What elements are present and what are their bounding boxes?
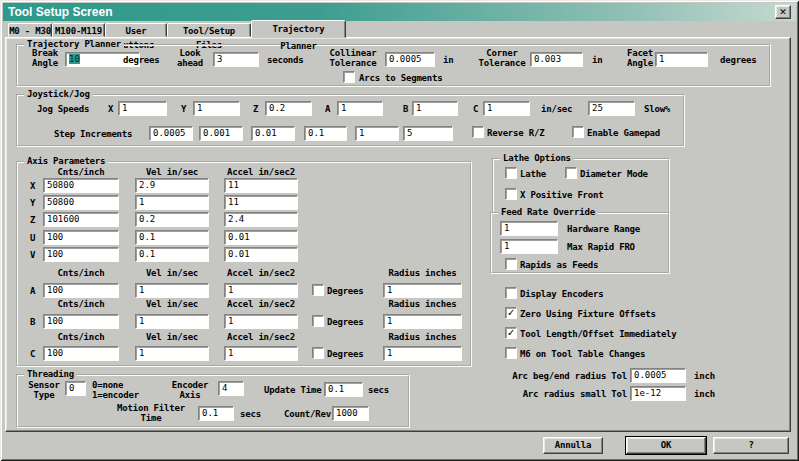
- axis-a-accel-field[interactable]: 1: [224, 283, 298, 298]
- ok-button[interactable]: OK: [626, 437, 706, 454]
- arcs-to-segments-label: Arcs to Segments: [359, 73, 443, 83]
- count-rev-field[interactable]: 1000: [332, 406, 369, 421]
- step-increment-4-field[interactable]: 0.1: [304, 126, 347, 141]
- motion-filter-time-field[interactable]: 0.1: [198, 406, 234, 421]
- step-increment-2-field[interactable]: 0.001: [199, 126, 243, 141]
- axis-b-accel-field[interactable]: 1: [224, 314, 298, 329]
- axis-v-accel-field[interactable]: 0.01: [224, 247, 298, 262]
- step-increment-3-field[interactable]: 0.01: [251, 126, 295, 141]
- axis-c-radius-field[interactable]: 1: [383, 346, 462, 361]
- axis-a-label: A: [30, 286, 35, 296]
- tab-tool-setup-files[interactable]: Tool/Setup Files: [167, 23, 251, 37]
- axis-z-accel-field[interactable]: 2.4: [224, 212, 298, 227]
- arc-beg-end-tol-label: Arc beg/end radius Tol: [500, 371, 627, 381]
- collinear-tolerance-unit: in: [443, 55, 453, 65]
- jog-speed-unit: in/sec: [541, 104, 572, 114]
- step-increment-1-field[interactable]: 0.0005: [149, 126, 193, 141]
- axis-a-degrees-checkbox[interactable]: [312, 284, 324, 296]
- axis-x-vel-field[interactable]: 2.9: [135, 178, 209, 193]
- axis-b-degrees-checkbox[interactable]: [312, 315, 324, 327]
- cancel-button[interactable]: Annulla: [543, 437, 603, 454]
- axis-c-accel-field[interactable]: 1: [224, 346, 298, 361]
- axis-b-cnts-field[interactable]: 100: [43, 314, 119, 329]
- axis-y-vel-field[interactable]: 1: [135, 195, 209, 210]
- jog-speed-x-field[interactable]: 1: [118, 101, 167, 116]
- facet-angle-field[interactable]: 1: [655, 52, 708, 67]
- axis-z-vel-field[interactable]: 0.2: [135, 212, 209, 227]
- axis-y-cnts-field[interactable]: 50800: [43, 195, 119, 210]
- axis-u-vel-field[interactable]: 0.1: [135, 230, 209, 245]
- axis-b-radius-field[interactable]: 1: [383, 314, 462, 329]
- collinear-tolerance-field[interactable]: 0.0005: [385, 52, 435, 67]
- count-rev-label: Count/Rev: [284, 409, 331, 419]
- axis-y-accel-field[interactable]: 11: [224, 195, 298, 210]
- axis-c-vel-field[interactable]: 1: [135, 346, 209, 361]
- tab-m100-m119[interactable]: M100-M119: [52, 23, 105, 37]
- arc-radius-small-tol-field[interactable]: 1e-12: [630, 386, 686, 401]
- tab-m0-m30[interactable]: M0 - M30: [8, 23, 52, 37]
- axis-a-degrees-label: Degrees: [327, 286, 364, 296]
- rapids-as-feeds-checkbox[interactable]: [505, 258, 517, 270]
- zero-fixture-offsets-checkbox[interactable]: [505, 307, 517, 319]
- jog-axis-z-label: Z: [253, 104, 258, 114]
- axis-x-cnts-field[interactable]: 50800: [43, 178, 119, 193]
- jog-speed-a-field[interactable]: 1: [337, 101, 383, 116]
- axis-b-vel-field[interactable]: 1: [135, 314, 209, 329]
- vel-header: Vel in/sec: [135, 167, 209, 177]
- step-increment-5-field[interactable]: 1: [355, 126, 399, 141]
- sensor-type-field[interactable]: 0: [65, 381, 86, 396]
- hardware-range-field[interactable]: 1: [500, 221, 558, 236]
- m6-tool-table-checkbox[interactable]: [505, 347, 517, 359]
- tool-length-offset-checkbox[interactable]: [505, 327, 517, 339]
- axis-x-accel-field[interactable]: 11: [224, 178, 298, 193]
- axis-v-cnts-field[interactable]: 100: [43, 247, 119, 262]
- lathe-checkbox[interactable]: [505, 167, 517, 179]
- reverse-rz-checkbox[interactable]: [472, 126, 484, 138]
- axis-z-cnts-field[interactable]: 101600: [43, 212, 119, 227]
- update-time-field[interactable]: 0.1: [324, 382, 363, 397]
- step-increment-6-field[interactable]: 5: [403, 126, 453, 141]
- diameter-mode-label: Diameter Mode: [580, 169, 648, 179]
- jog-speed-z-field[interactable]: 0.2: [265, 101, 312, 116]
- axis-x-label: X: [30, 181, 35, 191]
- cnts-header-a: Cnts/inch: [43, 268, 119, 278]
- jog-speed-y-field[interactable]: 1: [193, 101, 240, 116]
- accel-header-b: Accel in/sec2: [224, 299, 298, 309]
- arcs-to-segments-checkbox[interactable]: [343, 71, 355, 83]
- tab-trajectory-planner[interactable]: Trajectory Planner: [251, 20, 346, 38]
- axis-a-radius-field[interactable]: 1: [383, 283, 462, 298]
- axis-c-degrees-checkbox[interactable]: [312, 347, 324, 359]
- axis-a-vel-field[interactable]: 1: [135, 283, 209, 298]
- vel-header-a: Vel in/sec: [135, 268, 209, 278]
- close-icon[interactable]: ✕: [775, 5, 791, 19]
- arc-radius-small-tol-label: Arc radius small Tol: [500, 389, 627, 399]
- vel-header-c: Vel in/sec: [135, 332, 209, 342]
- encoder-axis-field[interactable]: 4: [218, 381, 244, 396]
- axis-c-cnts-field[interactable]: 100: [43, 346, 119, 361]
- diameter-mode-checkbox[interactable]: [565, 167, 577, 179]
- enable-gamepad-label: Enable Gamepad: [587, 128, 660, 138]
- axis-u-cnts-field[interactable]: 100: [43, 230, 119, 245]
- jog-speed-b-field[interactable]: 1: [412, 101, 458, 116]
- tab-user-buttons[interactable]: User Buttons: [105, 23, 167, 37]
- help-button[interactable]: ?: [713, 437, 789, 454]
- joystick-jog-group-label: Joystick/Jog: [24, 89, 93, 100]
- tool-length-offset-label: Tool Length/Offset Immediately: [520, 329, 677, 339]
- x-positive-front-checkbox[interactable]: [505, 188, 517, 200]
- axis-u-accel-field[interactable]: 0.01: [224, 230, 298, 245]
- collinear-tolerance-label: Collinear Tolerance: [325, 48, 381, 68]
- enable-gamepad-checkbox[interactable]: [572, 126, 584, 138]
- display-encoders-checkbox[interactable]: [505, 287, 517, 299]
- update-time-unit: secs: [368, 385, 389, 395]
- axis-v-vel-field[interactable]: 0.1: [135, 247, 209, 262]
- jog-speed-c-field[interactable]: 1: [483, 101, 530, 116]
- corner-tolerance-field[interactable]: 0.003: [530, 52, 583, 67]
- axis-a-cnts-field[interactable]: 100: [43, 283, 119, 298]
- lathe-options-group: Lathe Options: [492, 158, 670, 214]
- look-ahead-field[interactable]: 3: [213, 52, 259, 67]
- jog-speeds-label: Jog Speeds: [37, 104, 89, 114]
- slow-percent-field[interactable]: 25: [588, 101, 635, 116]
- update-time-label: Update Time: [264, 385, 321, 395]
- max-rapid-fro-field[interactable]: 1: [500, 239, 558, 254]
- arc-beg-end-tol-field[interactable]: 0.0005: [630, 368, 686, 383]
